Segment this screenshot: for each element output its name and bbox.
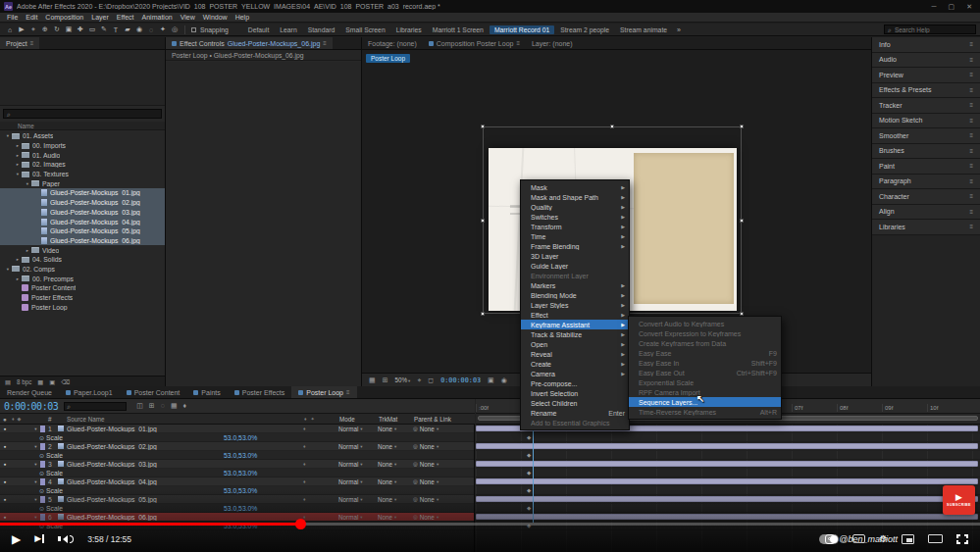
theater-mode-icon[interactable] bbox=[928, 534, 943, 543]
help-search-box[interactable]: ⌕ bbox=[884, 25, 976, 34]
track-matte-dropdown[interactable]: None▾ bbox=[378, 426, 413, 432]
workspace-tab[interactable]: Marriott 1 Screen bbox=[428, 25, 489, 34]
workspace-tab[interactable]: Standard bbox=[303, 25, 340, 34]
twirl-icon[interactable]: ▾ bbox=[31, 479, 40, 484]
scale-value[interactable]: 53.0,53.0% bbox=[224, 505, 257, 512]
twirl-icon[interactable]: ▸ bbox=[14, 162, 22, 167]
twirl-icon[interactable]: ▾ bbox=[31, 497, 40, 502]
timeline-layer-row[interactable]: ● ▾ 6 Glued-Poster-Mockups_06.jpg ♦ Norm… bbox=[0, 513, 474, 522]
composition-navigator-chip[interactable]: Poster Loop bbox=[366, 54, 410, 63]
scale-property-label[interactable]: Scale bbox=[46, 452, 63, 459]
context-menu-item[interactable]: Effect ▶ bbox=[521, 310, 629, 320]
context-menu-item[interactable]: Rename Enter ▶ bbox=[521, 408, 629, 418]
current-time-display[interactable]: 0:00:00:03 bbox=[4, 401, 58, 412]
menu-item[interactable]: Effect bbox=[113, 14, 138, 21]
parent-link-dropdown[interactable]: ◎None▾ bbox=[413, 478, 474, 485]
dock-panel-header[interactable]: Character ≡ bbox=[872, 189, 980, 205]
visibility-toggle[interactable]: ● bbox=[0, 462, 10, 467]
stopwatch-icon[interactable]: ⊙ bbox=[37, 505, 46, 512]
draft-3d-icon[interactable]: ⊞ bbox=[149, 402, 155, 410]
twirl-icon[interactable]: ▾ bbox=[31, 444, 40, 449]
project-tree-item[interactable]: Glued-Poster-Mockups_04.jpg bbox=[0, 217, 165, 226]
twirl-icon[interactable]: ▾ bbox=[14, 172, 22, 176]
stopwatch-icon[interactable]: ⊙ bbox=[37, 470, 46, 477]
workspace-tab[interactable]: Default bbox=[243, 25, 275, 34]
selection-handle[interactable] bbox=[740, 125, 744, 128]
bit-depth-label[interactable]: 8 bpc bbox=[17, 378, 31, 385]
home-tool[interactable]: ⌂ bbox=[4, 25, 16, 35]
panel-menu-icon[interactable]: ≡ bbox=[969, 148, 973, 154]
scale-property-row[interactable]: ⊙ Scale 53.0,53.0% bbox=[0, 486, 474, 495]
subscribe-button[interactable]: ▶ SUBSCRIBE bbox=[943, 485, 975, 515]
project-tree-item[interactable]: Poster Effects bbox=[0, 293, 165, 303]
next-video-button[interactable]: ▶ bbox=[34, 534, 44, 543]
tab-project[interactable]: Project ≡ bbox=[0, 37, 39, 49]
layer-source-name[interactable]: Glued-Poster-Mockups_01.jpg bbox=[67, 426, 303, 432]
context-menu-item[interactable]: 3D Layer ▶ bbox=[521, 251, 629, 261]
layer-track-row[interactable] bbox=[476, 477, 980, 486]
pickwhip-icon[interactable]: ◎ bbox=[413, 496, 418, 502]
project-tree-item[interactable]: Glued-Poster-Mockups_01.jpg bbox=[0, 188, 165, 198]
twirl-icon[interactable]: ▾ bbox=[31, 427, 40, 431]
context-menu-item[interactable]: Quality ▶ bbox=[521, 202, 629, 212]
layer-switches[interactable]: ♦ bbox=[303, 443, 338, 449]
pickwhip-icon[interactable]: ◎ bbox=[413, 514, 418, 520]
context-menu-item[interactable]: Switches ▶ bbox=[521, 212, 629, 222]
menu-item[interactable]: View bbox=[177, 14, 199, 21]
pickwhip-icon[interactable]: ◎ bbox=[413, 426, 418, 431]
video-column-icon[interactable]: ● bbox=[0, 416, 10, 423]
timeline-search-input[interactable] bbox=[73, 403, 124, 410]
selection-handle[interactable] bbox=[481, 125, 485, 128]
dock-panel-header[interactable]: Smoother ≡ bbox=[872, 128, 980, 144]
dock-panel-header[interactable]: Info ≡ bbox=[872, 37, 980, 53]
interpret-footage-icon[interactable]: ▤ bbox=[5, 378, 11, 385]
context-menu-item[interactable]: Blending Mode ▶ bbox=[521, 290, 629, 300]
context-menu-item[interactable]: Invert Selection ▶ bbox=[521, 388, 629, 398]
context-menu-item[interactable]: Time ▶ bbox=[521, 231, 629, 241]
scale-value[interactable]: 53.0,53.0% bbox=[224, 452, 257, 459]
miniplayer-icon[interactable] bbox=[902, 534, 914, 544]
project-tree-item[interactable]: Poster Loop bbox=[0, 302, 165, 312]
menu-item[interactable]: File bbox=[3, 14, 22, 21]
submenu-item[interactable]: Time-Reverse Keyframes Alt+R bbox=[629, 407, 781, 417]
submenu-item[interactable]: Convert Expression to Keyframes bbox=[629, 328, 781, 338]
context-menu-item[interactable]: Guide Layer ▶ bbox=[521, 261, 629, 271]
volume-button[interactable] bbox=[58, 535, 74, 543]
project-name-column-header[interactable]: Name bbox=[0, 122, 165, 130]
timeline-search-box[interactable]: ⌕ bbox=[64, 402, 127, 411]
panel-menu-icon[interactable]: ≡ bbox=[969, 57, 973, 63]
project-tree-item[interactable]: Glued-Poster-Mockups_02.jpg bbox=[0, 198, 165, 208]
blending-mode-dropdown[interactable]: Normal▾ bbox=[338, 496, 378, 503]
roto-brush-tool[interactable]: ✦ bbox=[157, 25, 169, 35]
layer-switches[interactable]: ♦ bbox=[303, 461, 338, 467]
parent-link-dropdown[interactable]: ◎None▾ bbox=[413, 461, 474, 468]
blending-mode-dropdown[interactable]: Normal▾ bbox=[338, 443, 378, 450]
timeline-tab[interactable]: Paints ≡ bbox=[186, 386, 227, 398]
parent-link-dropdown[interactable]: ◎None▾ bbox=[413, 514, 474, 521]
always-preview-icon[interactable]: ▦ bbox=[369, 376, 376, 384]
label-color-chip[interactable] bbox=[40, 478, 48, 485]
timeline-layer-row[interactable]: ● ▾ 1 Glued-Poster-Mockups_01.jpg ♦ Norm… bbox=[0, 425, 474, 433]
brush-tool[interactable]: ▰ bbox=[122, 25, 133, 35]
context-menu-item[interactable]: Environment Layer ▶ bbox=[521, 271, 629, 280]
puppet-pin-tool[interactable]: ◎ bbox=[169, 25, 181, 35]
layer-switches[interactable]: ♦ bbox=[303, 478, 338, 484]
context-menu-item[interactable]: Camera ▶ bbox=[521, 369, 629, 378]
hide-shy-layers-icon[interactable]: ◌ bbox=[161, 402, 165, 410]
mask-visibility-icon[interactable]: ◻ bbox=[428, 376, 434, 384]
twirl-icon[interactable]: ▸ bbox=[14, 153, 22, 158]
blending-mode-dropdown[interactable]: Normal▾ bbox=[338, 478, 378, 485]
timeline-tab[interactable]: Poster Content ≡ bbox=[120, 386, 187, 398]
project-tree-item[interactable]: ▸ Video bbox=[0, 245, 165, 255]
timeline-layer-row[interactable]: ● ▾ 4 Glued-Poster-Mockups_04.jpg ♦ Norm… bbox=[0, 477, 474, 486]
close-button[interactable]: ✕ bbox=[966, 3, 972, 11]
workspace-tab[interactable]: Learn bbox=[275, 25, 301, 34]
project-tree-item[interactable]: ▸ 00. Precomps bbox=[0, 274, 165, 283]
scale-track-row[interactable]: ◆ bbox=[476, 469, 980, 477]
project-tree-item[interactable]: ▾ 01. Assets bbox=[0, 131, 165, 141]
track-matte-dropdown[interactable]: None▾ bbox=[378, 461, 413, 468]
layer-track-row[interactable] bbox=[476, 460, 980, 469]
visibility-toggle[interactable]: ● bbox=[0, 515, 10, 520]
stopwatch-icon[interactable]: ⊙ bbox=[37, 452, 46, 459]
menu-item[interactable]: Layer bbox=[87, 14, 113, 21]
